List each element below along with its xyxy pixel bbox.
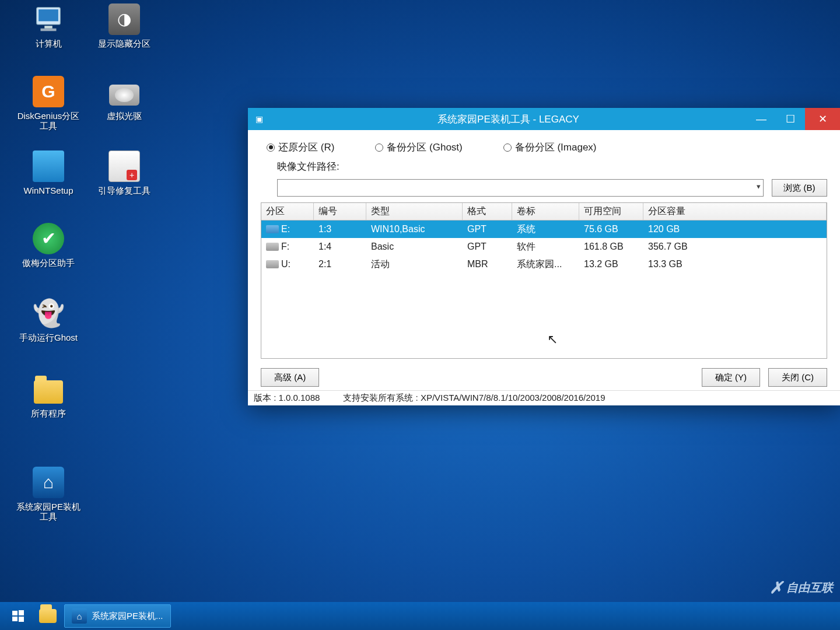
close-button[interactable]: ✕ (805, 108, 840, 130)
taskbar-task-petool[interactable]: ⌂ 系统家园PE装机... (64, 604, 171, 628)
taskbar-explorer-icon[interactable] (36, 604, 60, 628)
chevron-down-icon: ▾ (757, 182, 761, 191)
ghost-icon: 👻 (33, 298, 64, 329)
desktop-icon-computer[interactable]: 计算机 (16, 4, 80, 48)
icon-label: 所有程序 (16, 408, 80, 418)
titlebar[interactable]: ▣ 系统家园PE装机工具 - LEGACY — ☐ ✕ (248, 108, 840, 130)
aomei-icon: ✔ (33, 223, 64, 254)
desktop-icon-diskgenius[interactable]: G DiskGenius分区工具 (16, 76, 80, 131)
drive-icon (266, 225, 279, 233)
browse-button[interactable]: 浏览 (B) (772, 179, 827, 197)
computer-icon (33, 4, 64, 35)
desktop-icon-vdrive[interactable]: 虚拟光驱 (92, 76, 156, 121)
windows-icon (11, 609, 25, 623)
taskbar: ⌂ 系统家园PE装机... (0, 602, 840, 630)
support-text: 支持安装所有系统 : XP/VISTA/WIN7/8/8.1/10/2003/2… (343, 393, 605, 404)
button-row: 高级 (A) 确定 (Y) 关闭 (C) (261, 365, 827, 388)
task-app-icon: ⌂ (72, 608, 87, 624)
partition-table: 分区 编号 类型 格式 卷标 可用空间 分区容量 E:1:3WIN10,Basi… (261, 202, 827, 359)
watermark-text: 自由互联 (786, 580, 833, 596)
image-path-row: ▾ 浏览 (B) (261, 179, 827, 197)
pe-installer-window: ▣ 系统家园PE装机工具 - LEGACY — ☐ ✕ 还原分区 (R) 备份分… (248, 108, 840, 405)
drive-icon (266, 260, 279, 268)
folder-icon (33, 373, 64, 405)
col-free[interactable]: 可用空间 (579, 203, 643, 220)
svg-rect-7 (19, 617, 24, 622)
table-row[interactable]: U:2:1活动MBR系统家园...13.2 GB13.3 GB (261, 256, 827, 273)
icon-label: 虚拟光驱 (92, 111, 156, 121)
diskgenius-icon: G (33, 76, 64, 107)
window-title: 系统家园PE装机工具 - LEGACY (270, 113, 747, 126)
radio-dot-icon (375, 144, 383, 152)
icon-label: 傲梅分区助手 (16, 258, 80, 268)
minimize-button[interactable]: — (747, 108, 776, 130)
radio-label: 备份分区 (Imagex) (515, 141, 597, 154)
window-client: 还原分区 (R) 备份分区 (Ghost) 备份分区 (Imagex) 映像文件… (248, 130, 840, 390)
ok-button[interactable]: 确定 (Y) (702, 368, 760, 387)
partition-icon: ◑ (108, 4, 140, 35)
table-row[interactable]: E:1:3WIN10,BasicGPT系统75.6 GB120 GB (261, 220, 827, 238)
desktop-icon-bootrepair[interactable]: 引导修复工具 (92, 150, 156, 195)
col-number[interactable]: 编号 (314, 203, 366, 220)
drive-icon (266, 243, 279, 251)
col-partition[interactable]: 分区 (261, 203, 314, 220)
svg-rect-1 (38, 9, 58, 21)
desktop-icon-winntsetup[interactable]: WinNTSetup (16, 150, 80, 195)
desktop-icon-allprograms[interactable]: 所有程序 (16, 373, 80, 418)
winntsetup-icon (33, 150, 64, 182)
icon-label: 系统家园PE装机 工具 (16, 502, 80, 522)
col-format[interactable]: 格式 (463, 203, 512, 220)
svg-rect-3 (41, 29, 57, 32)
optical-drive-icon (108, 76, 140, 107)
radio-dot-icon (267, 144, 275, 152)
svg-rect-6 (12, 617, 18, 621)
icon-label: 显示隐藏分区 (92, 38, 156, 48)
app-icon: ▣ (248, 114, 270, 124)
radio-restore[interactable]: 还原分区 (R) (267, 141, 334, 154)
petool-icon: ⌂ (33, 467, 64, 498)
watermark: ✗ 自由互联 (769, 578, 833, 597)
col-type[interactable]: 类型 (366, 203, 463, 220)
mode-radios: 还原分区 (R) 备份分区 (Ghost) 备份分区 (Imagex) (261, 138, 827, 154)
desktop-icon-showhidden[interactable]: ◑ 显示隐藏分区 (92, 4, 156, 48)
table-header: 分区 编号 类型 格式 卷标 可用空间 分区容量 (261, 203, 827, 220)
svg-rect-2 (44, 26, 52, 29)
desktop-icon-petool[interactable]: ⌂ 系统家园PE装机 工具 (16, 467, 80, 522)
icon-label: 计算机 (16, 38, 80, 48)
col-label[interactable]: 卷标 (512, 203, 579, 220)
icon-label: 手动运行Ghost (16, 332, 80, 342)
radio-backup-imagex[interactable]: 备份分区 (Imagex) (503, 141, 597, 154)
desktop-icon-aomei[interactable]: ✔ 傲梅分区助手 (16, 223, 80, 268)
watermark-x-icon: ✗ (769, 578, 783, 597)
start-button[interactable] (5, 604, 32, 628)
maximize-button[interactable]: ☐ (776, 108, 805, 130)
col-capacity[interactable]: 分区容量 (643, 203, 827, 220)
radio-label: 还原分区 (R) (278, 141, 334, 154)
close-window-button[interactable]: 关闭 (C) (768, 368, 827, 387)
icon-label: WinNTSetup (16, 186, 80, 195)
svg-rect-4 (12, 611, 18, 615)
svg-rect-5 (19, 610, 24, 615)
advanced-button[interactable]: 高级 (A) (261, 368, 319, 387)
radio-dot-icon (503, 144, 512, 152)
task-label: 系统家园PE装机... (92, 611, 163, 622)
image-path-label: 映像文件路径: (261, 160, 827, 173)
table-row[interactable]: F:1:4BasicGPT软件161.8 GB356.7 GB (261, 238, 827, 256)
image-path-combo[interactable]: ▾ (277, 179, 764, 197)
icon-label: DiskGenius分区工具 (16, 111, 80, 131)
icon-label: 引导修复工具 (92, 186, 156, 195)
version-text: 版本 : 1.0.0.1088 (254, 393, 320, 404)
status-bar: 版本 : 1.0.0.1088 支持安装所有系统 : XP/VISTA/WIN7… (248, 390, 840, 405)
toolbox-icon (108, 150, 140, 182)
radio-backup-ghost[interactable]: 备份分区 (Ghost) (375, 141, 462, 154)
desktop-icon-ghost[interactable]: 👻 手动运行Ghost (16, 298, 80, 342)
radio-label: 备份分区 (Ghost) (387, 141, 462, 154)
